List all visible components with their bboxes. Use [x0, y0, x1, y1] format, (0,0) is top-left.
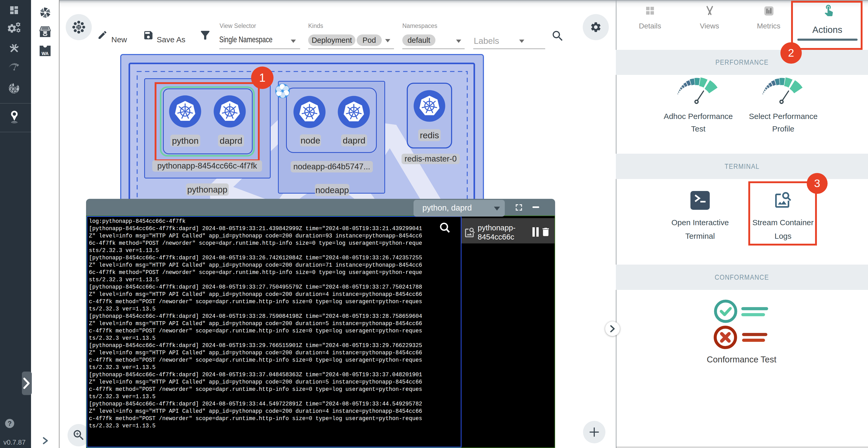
svg-text:?: ? [7, 420, 12, 427]
svg-text:WA: WA [41, 51, 49, 56]
